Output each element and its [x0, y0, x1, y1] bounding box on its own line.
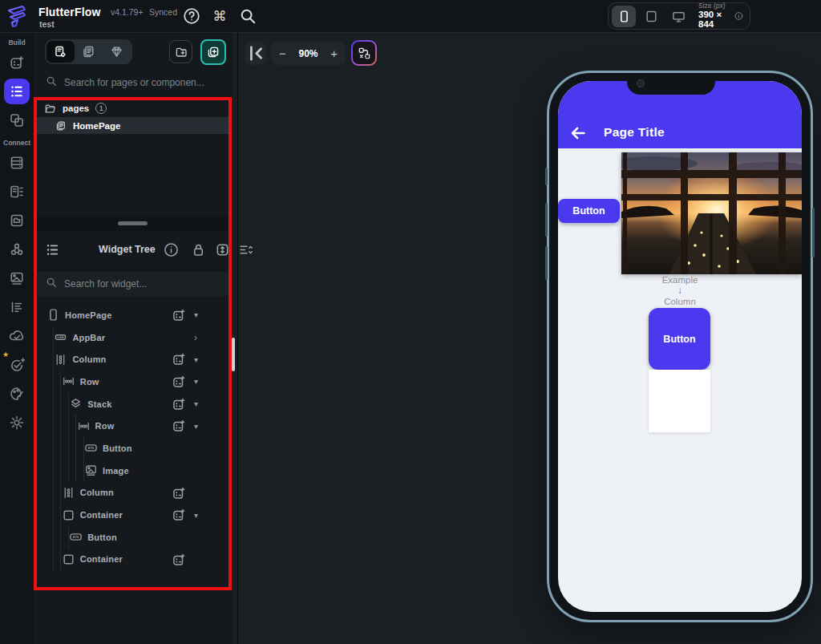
device-phone-icon [47, 308, 60, 322]
page-icon [55, 120, 67, 132]
column-button-widget[interactable]: Button [649, 308, 710, 370]
folder-open-icon [44, 103, 56, 115]
indent-guide [75, 460, 76, 482]
rail-item-storage[interactable] [4, 208, 30, 233]
widget-tree-title: Widget Tree [99, 244, 156, 255]
button-icon: BTN [84, 441, 98, 455]
keyboard-shortcuts-icon[interactable]: ⌘ [211, 7, 229, 25]
canvas-magic-button[interactable] [351, 40, 377, 66]
tree-row-container[interactable]: Container▾ [37, 504, 229, 526]
widget-tree: HomePage▾AppBar›Column▾Row▾Stack▾Row▾BTN… [37, 304, 229, 570]
container-widget[interactable] [649, 370, 710, 432]
tree-row-image[interactable]: Image [37, 460, 229, 482]
help-icon[interactable] [183, 7, 200, 25]
back-arrow-icon[interactable] [569, 124, 587, 142]
caret-down-icon[interactable]: ▾ [194, 348, 198, 371]
add-child-widget-button[interactable] [172, 553, 186, 567]
placeholder-line2: Column [558, 297, 802, 307]
pages-search-input[interactable] [64, 77, 216, 88]
view-tab-pages-view[interactable] [47, 41, 75, 63]
tree-row-column[interactable]: Column▾ [37, 348, 229, 371]
tree-row-appbar[interactable]: AppBar› [37, 326, 229, 349]
tree-row-button[interactable]: BTNButton [37, 437, 229, 460]
tree-row-stack[interactable]: Stack▾ [37, 393, 229, 415]
lock-icon[interactable] [191, 242, 206, 257]
row-icon [62, 375, 75, 388]
device-size-toolbar: Size (px) 390 × 844 [608, 2, 750, 30]
add-child-widget-button[interactable] [172, 375, 186, 389]
panel-resize-handle[interactable] [118, 221, 148, 225]
indent-guide [68, 415, 69, 437]
tree-row-label: AppBar [72, 333, 105, 342]
info-icon[interactable] [164, 242, 179, 257]
page-title[interactable]: Page Title [604, 125, 665, 140]
panel-scrollbar-thumb[interactable] [232, 338, 235, 371]
device-tablet-button[interactable] [639, 6, 663, 27]
caret-down-icon[interactable]: ▾ [194, 371, 198, 393]
flutterflow-logo-icon[interactable] [6, 5, 27, 28]
rail-item-settings[interactable] [4, 410, 30, 435]
collapse-all-icon[interactable] [238, 242, 253, 257]
rail-item-integrations[interactable] [4, 237, 30, 262]
tree-row-label: Button [103, 444, 132, 453]
add-child-widget-button[interactable] [172, 508, 186, 522]
zoom-out-button[interactable]: − [279, 47, 286, 59]
add-child-widget-button[interactable] [172, 397, 186, 411]
tree-row-container[interactable]: Container [37, 549, 229, 571]
tree-row-row[interactable]: Row▾ [37, 415, 229, 437]
new-page-button[interactable] [200, 39, 226, 65]
rail-item-cloud-functions[interactable] [4, 323, 30, 349]
device-phone-button[interactable] [612, 6, 636, 27]
tree-row-column[interactable]: Column [37, 482, 229, 504]
caret-down-icon[interactable]: ▾ [194, 504, 198, 526]
caret-down-icon[interactable]: ▾ [194, 415, 198, 437]
rail-item-app-values[interactable] [4, 294, 30, 320]
indent-guide [53, 460, 54, 482]
add-child-widget-button[interactable] [172, 352, 186, 367]
indent-guide [53, 482, 54, 504]
search-icon [46, 75, 57, 90]
page-row-homepage[interactable]: HomePage [37, 117, 229, 134]
device-desktop-button[interactable] [666, 6, 690, 27]
row-button-widget[interactable]: Button [558, 199, 620, 223]
column-placeholder[interactable]: Example ↓ Column [558, 275, 802, 307]
new-folder-button[interactable] [169, 40, 192, 63]
indent-guide [53, 526, 54, 549]
tree-row-homepage[interactable]: HomePage▾ [37, 304, 229, 326]
pages-folder-row[interactable]: pages 1 [37, 100, 229, 116]
search-icon[interactable] [239, 7, 257, 25]
flutterflow-app: FlutterFlow v4.1.79+ Synced test ⌘ Size … [0, 0, 821, 644]
sunset-image-widget[interactable] [621, 152, 802, 274]
folder-count-badge: 1 [95, 103, 107, 114]
rail-item-ui-builder[interactable] [4, 79, 30, 104]
add-child-widget-button[interactable] [172, 419, 186, 433]
route-magic-icon [353, 42, 375, 64]
size-info-icon[interactable] [734, 10, 743, 22]
indent-guide [53, 549, 54, 571]
view-tab-components-view[interactable] [75, 41, 103, 63]
rail-item-automations[interactable]: ★ [4, 352, 30, 378]
tree-row-button[interactable]: BTNButton [37, 526, 229, 549]
zoom-in-button[interactable]: + [330, 47, 338, 59]
rail-item-database[interactable] [4, 150, 30, 176]
tree-row-row[interactable]: Row▾ [37, 371, 229, 393]
chevron-right-icon[interactable]: › [194, 326, 197, 349]
rail-item-components[interactable] [4, 107, 30, 133]
view-tab-templates-view[interactable] [103, 41, 131, 63]
project-name: test [39, 19, 55, 29]
expand-all-icon[interactable] [215, 242, 230, 257]
rail-item-add-widget[interactable] [4, 50, 30, 75]
widget-tree-icon [45, 242, 60, 257]
pages-search [34, 71, 232, 95]
caret-down-icon[interactable]: ▾ [194, 304, 198, 326]
widget-search-input[interactable] [64, 278, 216, 290]
collapse-panel-button[interactable] [245, 42, 266, 65]
add-child-widget-button[interactable] [172, 486, 186, 500]
rail-item-media-assets[interactable] [4, 265, 30, 291]
caret-down-icon[interactable]: ▾ [194, 393, 198, 415]
tree-row-label: Column [80, 488, 114, 497]
rail-item-theme[interactable] [4, 381, 30, 407]
rail-item-data-schema[interactable] [4, 179, 30, 205]
phone-screen: Page Title Button [558, 81, 802, 612]
add-child-widget-button[interactable] [172, 308, 186, 322]
